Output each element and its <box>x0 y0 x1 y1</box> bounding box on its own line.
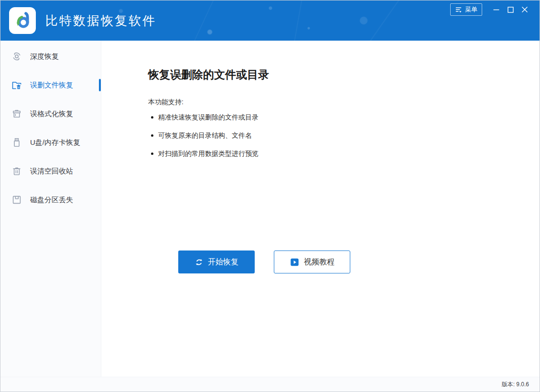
sidebar-item-label: 误格式化恢复 <box>30 109 73 119</box>
sidebar-item-usb-card-recovery[interactable]: U盘/内存卡恢复 <box>0 128 101 157</box>
version-label: 版本: 9.0.6 <box>502 381 529 389</box>
close-button[interactable] <box>518 4 532 15</box>
menu-button[interactable]: 菜单 <box>450 3 482 16</box>
video-tutorial-button[interactable]: 视频教程 <box>274 250 350 273</box>
feature-intro: 本功能支持: <box>148 97 540 107</box>
close-icon <box>521 6 528 13</box>
titlebar: 比特数据恢复软件 菜单 <box>0 0 540 41</box>
format-recovery-icon <box>11 108 22 120</box>
start-recovery-button[interactable]: 开始恢复 <box>178 250 255 273</box>
feature-item: 精准快速恢复误删除的文件或目录 <box>148 113 540 121</box>
feature-list: 精准快速恢复误删除的文件或目录 可恢复原来的目录结构、文件名 对扫描到的常用数据… <box>148 113 540 157</box>
video-tutorial-label: 视频教程 <box>304 257 335 267</box>
main-content: 恢复误删除的文件或目录 本功能支持: 精准快速恢复误删除的文件或目录 可恢复原来… <box>101 41 540 377</box>
maximize-button[interactable] <box>503 4 518 15</box>
body: 深度恢复 误删文件恢复 <box>0 41 540 377</box>
minimize-button[interactable] <box>489 4 503 15</box>
disk-partition-icon <box>11 194 22 206</box>
status-bar: 版本: 9.0.6 <box>0 377 540 392</box>
feature-item: 可恢复原来的目录结构、文件名 <box>148 131 540 139</box>
app-logo <box>9 7 36 34</box>
folder-delete-icon <box>11 79 22 91</box>
sidebar-item-deleted-file-recovery[interactable]: 误删文件恢复 <box>0 71 101 99</box>
app-window: 比特数据恢复软件 菜单 <box>0 0 540 392</box>
sidebar-item-label: 误删文件恢复 <box>30 81 73 90</box>
action-buttons: 开始恢复 视频教程 <box>178 250 540 273</box>
sidebar-item-recycle-bin-recovery[interactable]: 误清空回收站 <box>0 157 101 185</box>
b-lettermark-icon <box>12 10 33 31</box>
sidebar-item-label: U盘/内存卡恢复 <box>30 138 80 147</box>
refresh-icon <box>194 258 204 267</box>
feature-item: 对扫描到的常用数据类型进行预览 <box>148 150 540 157</box>
sidebar-item-label: 深度恢复 <box>30 52 59 61</box>
deep-scan-icon <box>11 51 22 62</box>
sidebar-item-format-recovery[interactable]: 误格式化恢复 <box>0 99 101 128</box>
sidebar-item-label: 磁盘分区丢失 <box>30 196 73 205</box>
video-play-icon <box>290 258 300 267</box>
usb-card-icon <box>11 137 22 148</box>
titlebar-controls: 菜单 <box>450 3 532 16</box>
menu-lines-icon <box>455 6 462 13</box>
active-indicator <box>99 79 101 91</box>
recycle-bin-icon <box>11 165 22 177</box>
sidebar-item-disk-partition-loss[interactable]: 磁盘分区丢失 <box>0 185 101 214</box>
sidebar-item-label: 误清空回收站 <box>30 167 73 176</box>
app-title: 比特数据恢复软件 <box>45 12 156 29</box>
sidebar: 深度恢复 误删文件恢复 <box>0 41 101 377</box>
sidebar-item-deep-recovery[interactable]: 深度恢复 <box>0 42 101 71</box>
start-recovery-label: 开始恢复 <box>208 257 238 267</box>
page-title: 恢复误删除的文件或目录 <box>148 67 540 82</box>
menu-button-label: 菜单 <box>465 5 477 14</box>
maximize-icon <box>508 7 514 13</box>
minimize-icon <box>493 7 499 13</box>
